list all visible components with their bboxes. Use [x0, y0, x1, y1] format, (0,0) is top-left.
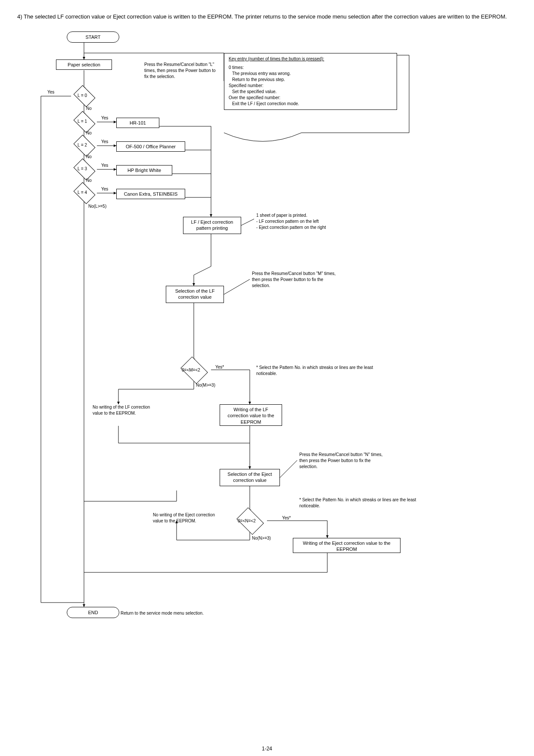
key-specified-line: Set the specified value. — [229, 89, 392, 95]
svg-line-45 — [241, 219, 254, 225]
l4-no: No(L>=5) — [88, 204, 106, 209]
m-cond-label: 0=<M=<2 — [182, 368, 200, 372]
key-0-times: 0 times: — [229, 65, 392, 71]
press-m-note: Press the Resume/Cancel button "M" times… — [252, 271, 338, 289]
l1-label: L = 1 — [78, 119, 87, 124]
select-pattern-note: * Select the Pattern No. in which streak… — [256, 365, 377, 377]
paper-selection-label: Paper selection — [68, 62, 100, 67]
instruction-number: 4) — [17, 13, 22, 20]
write-eject-box: Writing of the Eject correction value to… — [293, 538, 400, 553]
end-terminator: END — [67, 607, 119, 618]
l1-yes: Yes — [101, 116, 108, 120]
press-l-note: Press the Resume/Cancel button "L" times… — [144, 62, 217, 80]
n-no: No(N>=3) — [252, 536, 271, 540]
svg-line-47 — [280, 460, 297, 478]
lf-eject-print-box: LF / Eject correction pattern printing — [183, 217, 241, 234]
key-over: Over the specified number: — [229, 95, 392, 101]
press-n-note: Press the Resume/Cancel button "N" times… — [299, 452, 385, 470]
one-sheet-note: 1 sheet of paper is printed. - LF correc… — [256, 212, 368, 231]
l4-label: L = 4 — [78, 190, 87, 195]
l0-no: No — [86, 106, 92, 111]
key-0-line2: Return to the previous step. — [229, 77, 392, 83]
hr101-box: HR-101 — [116, 118, 159, 128]
no-write-eject-note: No writing of the Eject correction value… — [153, 512, 222, 524]
l0-label: L = 0 — [78, 93, 87, 98]
key-specified: Specified number: — [229, 83, 392, 89]
start-terminator: START — [67, 31, 119, 43]
select-pattern-note2: * Select the Pattern No. in which streak… — [299, 497, 420, 509]
l3-label: L = 3 — [78, 166, 87, 171]
of500-box: OF-500 / Office Planner — [116, 141, 185, 152]
l2-label: L = 2 — [78, 143, 87, 147]
canon-extra-box: Canon Extra, STEINBEIS — [116, 189, 185, 199]
key-over-line: Exit the LF / Eject correction mode. — [229, 101, 392, 107]
m-no: No(M>=3) — [196, 383, 215, 387]
instruction-body: The selected LF correction value or Ejec… — [24, 13, 507, 20]
write-lf-box: Writing of the LF correction value to th… — [220, 404, 282, 426]
key-0-line1: The previous entry was wrong. — [229, 71, 392, 77]
return-note: Return to the service mode menu selectio… — [121, 610, 250, 616]
n-yes: Yes* — [282, 515, 291, 520]
l0-yes: Yes — [47, 90, 54, 94]
l2-yes: Yes — [101, 139, 108, 144]
n-cond-label: 0=<N=<2 — [238, 519, 256, 523]
svg-line-19 — [194, 266, 211, 275]
key-entry-box: Key entry (number of times the button is… — [224, 53, 397, 110]
flowchart-diagram: START Paper selection Press the Resume/C… — [34, 29, 487, 633]
l3-no: No — [86, 178, 92, 183]
select-lf-box: Selection of the LF correction value — [166, 286, 224, 303]
m-yes: Yes* — [215, 365, 224, 369]
l3-yes: Yes — [101, 163, 108, 168]
paper-selection-box: Paper selection — [56, 59, 112, 70]
select-eject-box: Selection of the Eject correction value — [220, 469, 280, 486]
instruction-text: 4) The selected LF correction value or E… — [17, 13, 517, 21]
end-label: END — [88, 610, 98, 615]
key-entry-title: Key entry (number of times the button is… — [229, 56, 392, 62]
l4-yes: Yes — [101, 187, 108, 191]
hp-bright-box: HP Bright White — [116, 165, 172, 175]
l1-no: No — [86, 131, 92, 135]
svg-line-46 — [224, 279, 250, 294]
l2-no: No — [86, 154, 92, 159]
no-write-lf-note: No writing of the LF correction value to… — [93, 404, 157, 416]
start-label: START — [85, 34, 100, 40]
